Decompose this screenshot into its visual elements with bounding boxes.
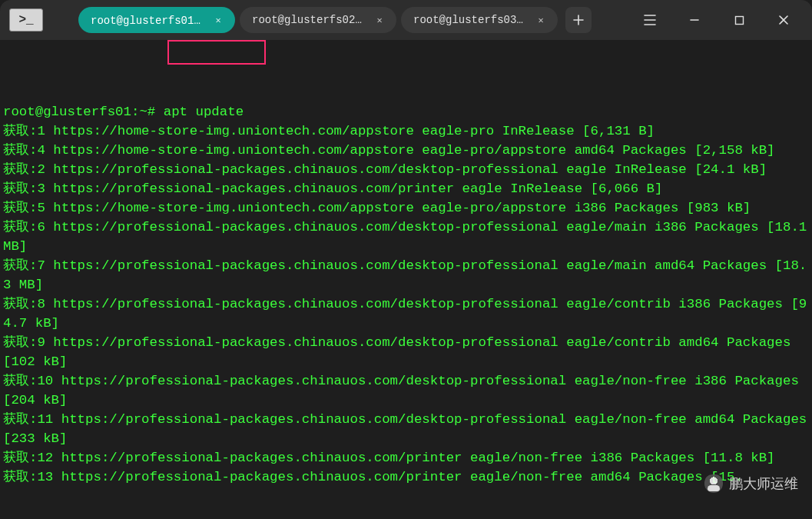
output-lines: 获取:1 https://home-store-img.uniontech.co… [3, 121, 809, 487]
close-icon[interactable]: ✕ [212, 14, 224, 26]
title-bar: >_ root@glusterfs01: ‥ ✕ root@glusterfs0… [0, 0, 812, 40]
prompt-line: root@glusterfs01:~# apt update [3, 102, 809, 121]
output-line: 获取:8 https://professional-packages.china… [3, 294, 809, 333]
tab-label: root@glusterfs03: … [413, 14, 529, 26]
tab-label: root@glusterfs01: ‥ [91, 14, 206, 27]
app-icon: >_ [9, 8, 43, 32]
output-line: 获取:12 https://professional-packages.chin… [3, 448, 809, 467]
maximize-button[interactable] [717, 4, 761, 36]
menu-button[interactable] [632, 4, 668, 36]
output-line: 获取:11 https://professional-packages.chin… [3, 410, 809, 448]
tab-3[interactable]: root@glusterfs03: … ✕ [401, 7, 558, 33]
output-line: 获取:7 https://professional-packages.china… [3, 256, 809, 294]
terminal-glyph-icon: >_ [18, 14, 33, 26]
hamburger-icon [644, 15, 656, 25]
tab-1[interactable]: root@glusterfs01: ‥ ✕ [78, 7, 235, 33]
shell-prompt: root@glusterfs01:~# [3, 105, 164, 119]
plus-icon [573, 15, 584, 25]
command-highlight-box [167, 40, 266, 65]
minimize-button[interactable] [672, 4, 717, 36]
close-icon[interactable]: ✕ [535, 14, 547, 26]
svg-rect-0 [735, 16, 743, 24]
output-line: 获取:1 https://home-store-img.uniontech.co… [3, 121, 809, 141]
output-line: 获取:3 https://professional-packages.china… [3, 179, 809, 198]
tab-2[interactable]: root@glusterfs02: … ✕ [240, 7, 396, 33]
close-icon [778, 15, 789, 25]
typed-command: apt update [164, 105, 244, 119]
output-line: 获取:9 https://professional-packages.china… [3, 333, 809, 371]
close-window-button[interactable] [761, 4, 806, 36]
terminal-output[interactable]: root@glusterfs01:~# apt update获取:1 https… [0, 40, 812, 511]
maximize-icon [734, 15, 744, 25]
tab-label: root@glusterfs02: … [252, 14, 367, 26]
output-line: 获取:10 https://professional-packages.chin… [3, 371, 809, 410]
output-line: 获取:2 https://professional-packages.china… [3, 160, 809, 179]
output-line: 获取:6 https://professional-packages.china… [3, 218, 809, 256]
output-line: 获取:13 https://professional-packages.chin… [3, 467, 809, 487]
close-icon[interactable]: ✕ [373, 14, 386, 26]
minimize-icon [689, 15, 700, 25]
output-line: 获取:5 https://home-store-img.uniontech.co… [3, 198, 809, 218]
window-controls [672, 4, 806, 36]
new-tab-button[interactable] [565, 7, 592, 33]
output-line: 获取:4 https://home-store-img.uniontech.co… [3, 141, 809, 160]
